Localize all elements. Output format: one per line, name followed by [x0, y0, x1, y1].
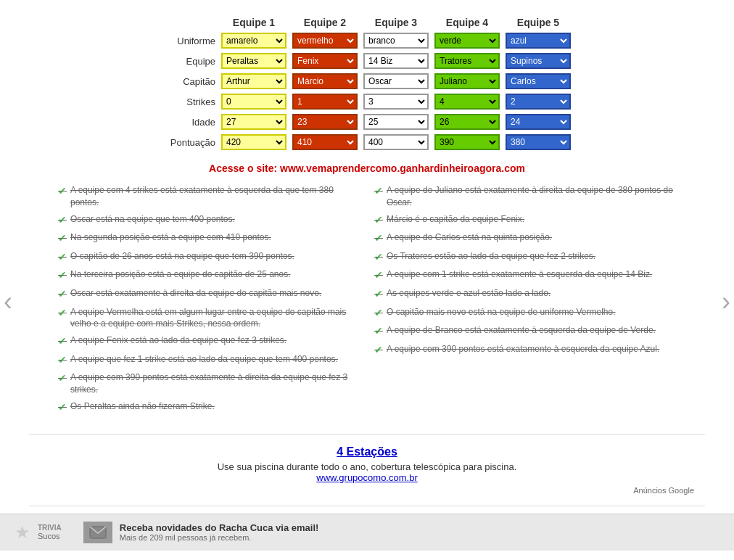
team-select-r2-c3[interactable]: Juliano: [434, 73, 500, 89]
team-select-r3-c0[interactable]: 0: [221, 94, 286, 110]
team-select-r0-c3[interactable]: verde: [434, 33, 500, 49]
email-icon: [83, 522, 112, 543]
team-cell-r4-c2: 25: [360, 112, 432, 132]
team-select-r3-c2[interactable]: 3: [363, 94, 429, 110]
team-cell-r4-c4: 24: [503, 112, 574, 132]
team-select-r4-c1[interactable]: 23: [292, 114, 358, 130]
team-select-r3-c1[interactable]: 1: [292, 94, 358, 110]
team-cell-r1-c4: Supinos: [503, 51, 574, 71]
trivia-value: Sucos: [38, 532, 62, 540]
clue-text: Na segunda posição está a equipe com 410…: [70, 231, 271, 244]
team-select-r3-c3[interactable]: 4: [434, 94, 500, 110]
nav-left-arrow[interactable]: ‹: [4, 287, 12, 317]
team-select-r2-c1[interactable]: Márcio: [292, 73, 358, 89]
team-select-r0-c4[interactable]: azul: [506, 33, 571, 49]
teams-section: Equipe 1 Equipe 2 Equipe 3 Equipe 4 Equi…: [0, 7, 734, 160]
team-select-r5-c2[interactable]: 400: [363, 134, 429, 150]
team-select-r5-c3[interactable]: 390: [434, 134, 500, 150]
clue-text: Na terceira posição está a equipe do cap…: [70, 268, 291, 281]
clue-item: ✔As equipes verde e azul estão lado a la…: [374, 287, 676, 302]
team-cell-r2-c4: Carlos: [503, 71, 574, 91]
team4-header: Equipe 4: [432, 15, 503, 30]
clue-text: A equipe de Branco está exatamente à esq…: [387, 324, 656, 337]
clue-item: ✔A equipe de Branco está exatamente à es…: [374, 324, 676, 339]
team-select-r1-c1[interactable]: Fenix: [292, 53, 358, 69]
team-select-r3-c4[interactable]: 2: [506, 94, 571, 110]
clue-item: ✔Na terceira posição está a equipe do ca…: [58, 268, 360, 283]
team5-header: Equipe 5: [503, 15, 574, 30]
clue-text: Márcio é o capitão da equipe Fenix.: [387, 213, 524, 226]
team-cell-r4-c1: 23: [289, 112, 360, 132]
team-cell-r0-c2: branco: [360, 30, 432, 51]
clue-check-icon: ✔: [374, 213, 383, 228]
team-select-r1-c3[interactable]: Tratores: [434, 53, 500, 69]
clue-item: ✔A equipe do Carlos está na quinta posiç…: [374, 231, 676, 246]
row-label-3: Strikes: [160, 91, 218, 112]
team-select-r5-c4[interactable]: 380: [506, 134, 571, 150]
clue-check-icon: ✔: [374, 287, 383, 302]
clue-check-icon: ✔: [374, 231, 383, 246]
team-select-r2-c0[interactable]: Arthur: [221, 73, 286, 89]
team-select-r1-c0[interactable]: Peraltas: [221, 53, 286, 69]
team-cell-r4-c0: 27: [218, 112, 289, 132]
clue-text: O capitão mais novo está na equipe de un…: [387, 306, 616, 318]
team-select-r2-c2[interactable]: Oscar: [363, 73, 429, 89]
team-select-r0-c1[interactable]: vermelho: [292, 33, 358, 49]
team-cell-r0-c1: vermelho: [289, 30, 360, 51]
clue-text: A equipe com 1 strike está exatamente à …: [387, 268, 652, 281]
clue-check-icon: ✔: [374, 250, 383, 265]
team-cell-r0-c0: amarelo: [218, 30, 289, 51]
team-cell-r5-c3: 390: [432, 132, 503, 152]
clue-check-icon: ✔: [374, 268, 383, 283]
team-select-r4-c2[interactable]: 25: [363, 114, 429, 130]
team-select-r0-c0[interactable]: amarelo: [221, 33, 286, 49]
bottom-ad-text: Use sua piscina durante todo o ano, cobe…: [40, 461, 694, 472]
team-select-r5-c0[interactable]: 420: [221, 134, 286, 150]
clue-check-icon: ✔: [58, 268, 67, 283]
team-select-r1-c2[interactable]: 14 Biz: [363, 53, 429, 69]
team-cell-r1-c2: 14 Biz: [360, 51, 432, 71]
bottom-ad-link[interactable]: www.grupocomo.com.br: [316, 472, 417, 483]
clue-item: ✔A equipe com 1 strike está exatamente à…: [374, 268, 676, 283]
team-select-r4-c3[interactable]: 26: [434, 114, 500, 130]
team-cell-r2-c0: Arthur: [218, 71, 289, 91]
team-select-r2-c4[interactable]: Carlos: [506, 73, 571, 89]
team-cell-r3-c0: 0: [218, 91, 289, 112]
clue-item: ✔A equipe Vermelha está em algum lugar e…: [58, 306, 360, 331]
team-cell-r3-c3: 4: [432, 91, 503, 112]
clues-wrapper: ‹ ✔A equipe com 4 strikes está exatament…: [0, 177, 734, 427]
team-select-r4-c0[interactable]: 27: [221, 114, 286, 130]
email-title: Receba novidades do Racha Cuca via email…: [120, 522, 319, 533]
email-subtitle: Mais de 209 mil pessoas já recebem.: [120, 533, 319, 542]
clues-right-column: ✔A equipe do Juliano está exatamente à d…: [374, 184, 676, 419]
team-select-r5-c1[interactable]: 410: [292, 134, 358, 150]
clue-item: ✔Na segunda posição está a equipe com 41…: [58, 231, 360, 246]
nav-right-arrow[interactable]: ›: [722, 287, 730, 317]
clue-item: ✔A equipe com 390 pontos está exatamente…: [58, 371, 360, 396]
clue-item: ✔A equipe que fez 1 strike está ao lado …: [58, 353, 360, 368]
bottom-ad-title[interactable]: 4 Estações: [40, 445, 694, 458]
team-cell-r5-c1: 410: [289, 132, 360, 152]
team-cell-r1-c1: Fenix: [289, 51, 360, 71]
clue-check-icon: ✔: [58, 287, 67, 302]
clue-text: A equipe do Juliano está exatamente à di…: [387, 184, 676, 209]
clue-item: ✔A equipe com 390 pontos está exatamente…: [374, 343, 676, 358]
clue-check-icon: ✔: [58, 400, 67, 415]
ad-url: www.vemaprendercomo.ganhardinheiroagora.…: [280, 162, 525, 174]
footer-trivia: TRIVIA Sucos: [38, 524, 62, 540]
star-icon[interactable]: ★: [15, 522, 30, 543]
clue-check-icon: ✔: [374, 343, 383, 358]
clue-text: Oscar está exatamente à direita da equip…: [70, 287, 321, 300]
team-cell-r0-c3: verde: [432, 30, 503, 51]
team2-header: Equipe 2: [289, 15, 360, 30]
clue-check-icon: ✔: [58, 184, 67, 199]
team-select-r4-c4[interactable]: 24: [506, 114, 571, 130]
footer-email-text: Receba novidades do Racha Cuca via email…: [120, 522, 319, 542]
row-label-1: Equipe: [160, 51, 218, 71]
team-select-r1-c4[interactable]: Supinos: [506, 53, 571, 69]
clue-text: A equipe com 390 pontos está exatamente …: [70, 371, 360, 396]
clue-text: A equipe que fez 1 strike está ao lado d…: [70, 353, 338, 366]
clue-check-icon: ✔: [58, 250, 67, 265]
row-label-4: Idade: [160, 112, 218, 132]
team-select-r0-c2[interactable]: branco: [363, 33, 429, 49]
